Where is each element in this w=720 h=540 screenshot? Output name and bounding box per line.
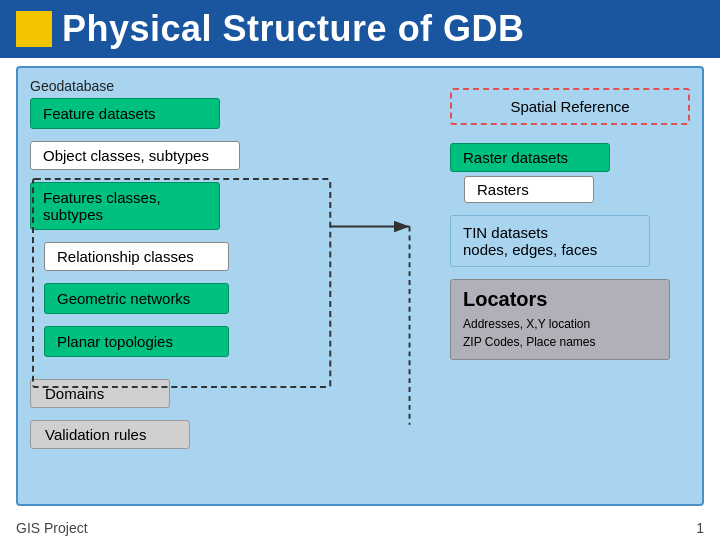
validation-rules-box: Validation rules	[30, 420, 190, 449]
locators-group: Locators Addresses, X,Y location ZIP Cod…	[450, 279, 670, 360]
geodatabase-box: Geodatabase Feature datasets Object clas…	[16, 66, 704, 506]
footer: GIS Project 1	[0, 520, 720, 536]
raster-datasets-box: Raster datasets	[450, 143, 610, 172]
rasters-box: Rasters	[464, 176, 594, 203]
relationship-classes-box: Relationship classes	[44, 242, 229, 271]
tin-datasets-label: TIN datasets	[463, 224, 637, 241]
main-content: Geodatabase Feature datasets Object clas…	[0, 58, 720, 540]
locators-line2: ZIP Codes, Place names	[463, 333, 657, 351]
object-classes-box: Object classes, subtypes	[30, 141, 240, 170]
locators-line1: Addresses, X,Y location	[463, 315, 657, 333]
title-icon	[16, 11, 52, 47]
features-classes-box: Features classes, subtypes	[30, 182, 220, 230]
left-column: Feature datasets Object classes, subtype…	[30, 98, 250, 455]
planar-topologies-box: Planar topologies	[44, 326, 229, 357]
footer-page: 1	[696, 520, 704, 536]
feature-datasets-box: Feature datasets	[30, 98, 220, 129]
right-column: Spatial Reference Raster datasets Raster…	[450, 88, 690, 360]
tin-group: TIN datasets nodes, edges, faces	[450, 215, 650, 267]
spatial-reference-box: Spatial Reference	[450, 88, 690, 125]
locators-title: Locators	[463, 288, 657, 311]
domains-box: Domains	[30, 379, 170, 408]
footer-project: GIS Project	[16, 520, 88, 536]
page-title: Physical Structure of GDB	[62, 8, 525, 50]
raster-group: Raster datasets Rasters	[450, 143, 690, 203]
tin-sub-label: nodes, edges, faces	[463, 241, 637, 258]
geometric-networks-box: Geometric networks	[44, 283, 229, 314]
title-bar: Physical Structure of GDB	[0, 0, 720, 58]
